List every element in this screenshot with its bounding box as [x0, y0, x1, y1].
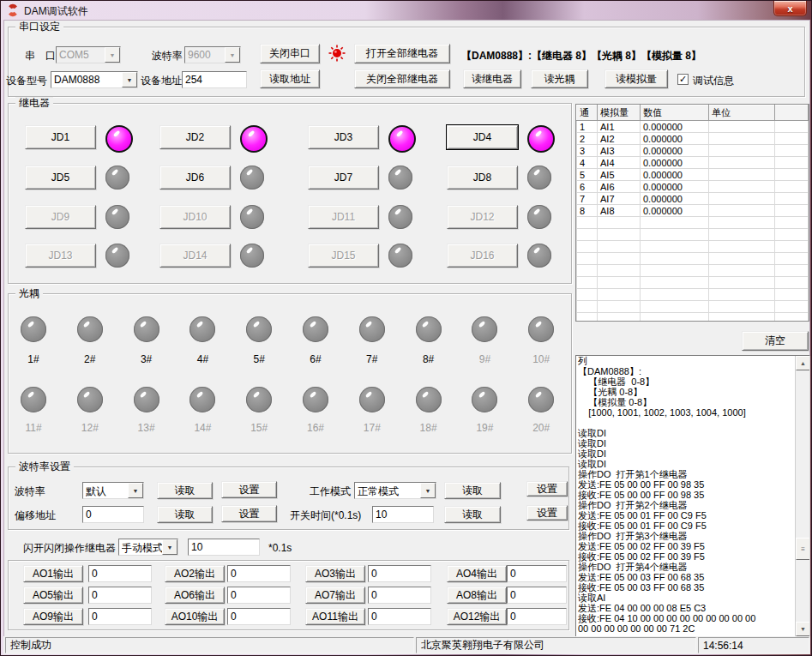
ao-output-input-2[interactable] [227, 565, 291, 582]
ao-output-button-10[interactable]: AO10输出 [165, 608, 225, 625]
ao-output-input-11[interactable] [368, 608, 431, 625]
analog-table-row[interactable]: 4AI40.000000 [577, 157, 809, 169]
analog-table-row[interactable]: 8AI80.000000 [577, 205, 809, 217]
ao-output-button-7[interactable]: AO7输出 [305, 587, 365, 604]
analog-table-row[interactable] [577, 277, 809, 289]
read-analog-button[interactable]: 读模拟量 [604, 69, 668, 88]
ao-output-button-2[interactable]: AO2输出 [165, 565, 225, 582]
switch-time-input[interactable] [372, 506, 434, 523]
ao-output-button-11[interactable]: AO11输出 [305, 608, 365, 625]
chevron-down-icon[interactable]: ▼ [122, 72, 137, 87]
analog-col-header[interactable]: 单位 [709, 105, 775, 121]
scroll-up-icon[interactable]: ▲ [796, 356, 810, 370]
analog-table-row[interactable] [577, 313, 809, 322]
close-button[interactable]: x [773, 1, 807, 16]
analog-table-row[interactable]: 2AI20.000000 [577, 133, 809, 145]
analog-table-row[interactable]: 1AI10.000000 [577, 121, 809, 133]
offset-set-button[interactable]: 设置 [221, 505, 277, 522]
analog-table-row[interactable]: 3AI30.000000 [577, 145, 809, 157]
debug-info-checkbox[interactable]: ✓ [677, 74, 689, 85]
serial-baud-combo[interactable]: 9600 ▼ [184, 46, 241, 63]
ao-output-button-1[interactable]: AO1输出 [23, 565, 83, 582]
work-mode-read-button[interactable]: 读取 [444, 482, 501, 499]
clear-log-button[interactable]: 清空 [742, 331, 809, 351]
analog-table-row[interactable] [577, 289, 809, 301]
ao-output-input-7[interactable] [368, 587, 431, 604]
ao-output-button-5[interactable]: AO5输出 [23, 587, 83, 604]
relay-button-jd5[interactable]: JD5 [25, 166, 96, 190]
relay-button-jd16[interactable]: JD16 [447, 244, 518, 268]
close-all-relays-button[interactable]: 关闭全部继电器 [354, 69, 450, 88]
offset-read-button[interactable]: 读取 [157, 506, 213, 523]
baud-combo[interactable]: 默认 ▼ [82, 482, 144, 499]
open-all-relays-button[interactable]: 打开全部继电器 [354, 44, 450, 63]
log-scrollbar[interactable]: ▲ ≡ ▼ [795, 356, 809, 636]
relay-button-jd8[interactable]: JD8 [447, 166, 518, 190]
analog-table-row[interactable]: 7AI70.000000 [577, 193, 809, 205]
switch-time-read-button[interactable]: 读取 [444, 506, 501, 523]
chevron-down-icon[interactable]: ▼ [420, 483, 436, 498]
analog-table-row[interactable] [577, 241, 809, 253]
relay-button-jd15[interactable]: JD15 [308, 244, 379, 268]
relay-button-jd14[interactable]: JD14 [159, 244, 231, 268]
relay-button-jd2[interactable]: JD2 [159, 125, 231, 149]
ao-output-button-9[interactable]: AO9输出 [23, 608, 83, 625]
ao-output-button-3[interactable]: AO3输出 [305, 565, 365, 582]
flash-mode-combo[interactable]: 手动模式 ▼ [118, 539, 178, 556]
switch-time-set-button[interactable]: 设置 [526, 505, 568, 521]
analog-col-header[interactable]: 数值 [641, 105, 709, 121]
relay-button-jd6[interactable]: JD6 [159, 166, 231, 190]
ao-output-input-8[interactable] [507, 587, 567, 604]
analog-table-row[interactable] [577, 229, 809, 241]
chevron-down-icon[interactable]: ▼ [105, 47, 120, 63]
analog-table-row[interactable] [577, 253, 809, 265]
device-addr-input[interactable] [182, 71, 247, 88]
analog-table-row[interactable] [577, 217, 809, 229]
ao-output-button-4[interactable]: AO4输出 [447, 565, 507, 582]
ao-output-input-4[interactable] [507, 565, 567, 582]
serial-port-combo[interactable]: COM5 ▼ [56, 46, 121, 63]
baud-read-button[interactable]: 读取 [157, 482, 213, 499]
ao-output-input-12[interactable] [507, 608, 567, 625]
relay-button-jd10[interactable]: JD10 [159, 205, 231, 229]
baud-set-button[interactable]: 设置 [221, 481, 277, 498]
relay-button-jd7[interactable]: JD7 [308, 166, 379, 190]
analog-col-header[interactable] [775, 105, 809, 121]
ao-output-input-5[interactable] [88, 587, 152, 604]
read-opto-button[interactable]: 读光耦 [531, 69, 588, 88]
scroll-thumb[interactable]: ≡ [796, 538, 810, 560]
device-model-combo[interactable]: DAM0888 ▼ [51, 71, 138, 88]
relay-button-jd13[interactable]: JD13 [25, 244, 96, 268]
relay-button-jd11[interactable]: JD11 [308, 205, 379, 229]
analog-table-row[interactable]: 6AI60.000000 [577, 181, 809, 193]
ao-output-button-12[interactable]: AO12输出 [447, 608, 507, 625]
ao-output-input-1[interactable] [88, 565, 152, 582]
analog-table-row[interactable] [577, 265, 809, 277]
relay-button-jd12[interactable]: JD12 [447, 205, 518, 229]
work-mode-combo[interactable]: 正常模式 ▼ [354, 482, 436, 499]
ao-output-button-8[interactable]: AO8输出 [447, 587, 507, 604]
analog-col-header[interactable]: 模拟量 [598, 105, 641, 121]
relay-button-jd4[interactable]: JD4 [447, 125, 518, 149]
ao-output-button-6[interactable]: AO6输出 [165, 587, 225, 604]
read-addr-button[interactable]: 读取地址 [260, 69, 320, 88]
ao-output-input-3[interactable] [368, 565, 431, 582]
analog-table-row[interactable]: 5AI50.000000 [577, 169, 809, 181]
ao-output-input-9[interactable] [88, 608, 152, 625]
scroll-down-icon[interactable]: ▼ [796, 622, 810, 636]
close-serial-button[interactable]: 关闭串口 [260, 44, 320, 63]
relay-button-jd3[interactable]: JD3 [308, 125, 379, 149]
read-relay-button[interactable]: 读继电器 [463, 69, 521, 88]
log-panel[interactable]: 列【DAM0888】: 【继电器 0-8】 【光耦 0-8】 【模拟量 0-8】… [575, 355, 810, 637]
chevron-down-icon[interactable]: ▼ [225, 47, 240, 63]
relay-button-jd9[interactable]: JD9 [25, 205, 96, 229]
analog-col-header[interactable]: 通 [577, 105, 598, 121]
flash-time-input[interactable] [188, 539, 260, 556]
offset-addr-input[interactable] [82, 506, 144, 523]
chevron-down-icon[interactable]: ▼ [162, 539, 177, 555]
relay-button-jd1[interactable]: JD1 [25, 125, 96, 149]
ao-output-input-10[interactable] [227, 608, 291, 625]
analog-table-row[interactable] [577, 301, 809, 313]
work-mode-set-button[interactable]: 设置 [526, 481, 568, 497]
chevron-down-icon[interactable]: ▼ [128, 483, 143, 498]
